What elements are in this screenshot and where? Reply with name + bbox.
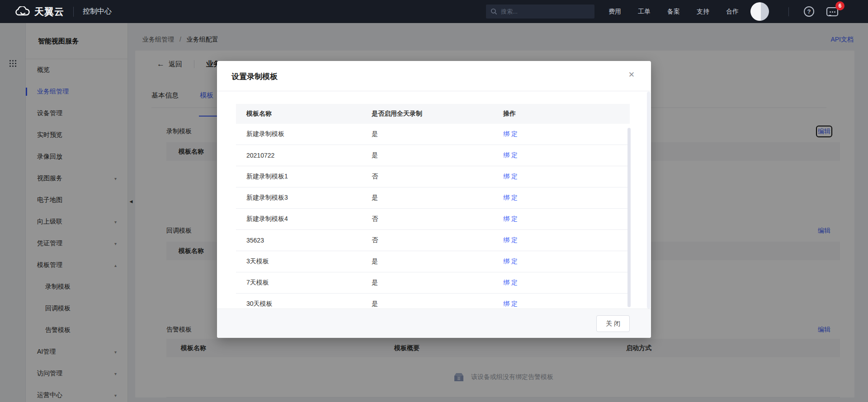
table-scrollbar-thumb[interactable]	[627, 128, 631, 307]
template-row: 新建录制模板3是绑 定	[236, 187, 630, 209]
template-row: 7天模板是绑 定	[236, 272, 630, 294]
template-row: 35623否绑 定	[236, 230, 630, 251]
modal-header: 设置录制模板 ✕	[217, 61, 651, 91]
template-row: 30天模板是绑 定	[236, 294, 630, 309]
search-box[interactable]	[486, 5, 594, 19]
console-label[interactable]: 控制中心	[83, 7, 112, 16]
template-name-cell: 新建录制模板1	[236, 173, 372, 181]
modal-table-body: 新建录制模板是绑 定20210722是绑 定新建录制模板1否绑 定新建录制模板3…	[236, 124, 630, 309]
modal-table-header: 模板名称 是否启用全天录制 操作	[236, 104, 630, 124]
template-name-cell: 新建录制模板4	[236, 215, 372, 223]
navbar-menu: 费用工单备案支持合作	[609, 0, 739, 23]
nav-item[interactable]: 支持	[697, 8, 709, 16]
nav-item[interactable]: 合作	[726, 8, 739, 16]
bind-link[interactable]: 绑 定	[503, 257, 518, 265]
bind-link[interactable]: 绑 定	[503, 151, 518, 159]
action-cell: 绑 定	[503, 236, 630, 244]
template-row: 新建录制模板1否绑 定	[236, 166, 630, 187]
modal-title: 设置录制模板	[231, 71, 278, 82]
close-icon[interactable]: ✕	[628, 71, 635, 79]
all-day-cell: 是	[372, 130, 503, 138]
avatar[interactable]	[750, 2, 769, 21]
template-name-cell: 3天模板	[236, 257, 372, 266]
all-day-cell: 否	[372, 215, 503, 223]
search-input[interactable]	[501, 8, 582, 15]
bind-link[interactable]: 绑 定	[503, 279, 518, 286]
template-name-cell: 35623	[236, 237, 372, 244]
top-navbar: 天翼云 控制中心 费用工单备案支持合作 ? 6	[0, 0, 868, 23]
all-day-cell: 是	[372, 151, 503, 159]
template-row: 20210722是绑 定	[236, 145, 630, 166]
action-cell: 绑 定	[503, 279, 630, 287]
bind-link[interactable]: 绑 定	[503, 236, 518, 243]
template-name-cell: 7天模板	[236, 279, 372, 287]
action-cell: 绑 定	[503, 257, 630, 266]
modal-scrollbar-track[interactable]	[647, 92, 651, 309]
template-name-cell: 20210722	[236, 152, 372, 159]
nav-divider	[788, 7, 789, 16]
help-icon[interactable]: ?	[804, 6, 814, 17]
bind-link[interactable]: 绑 定	[503, 194, 518, 201]
column-header: 操作	[503, 110, 630, 118]
nav-item[interactable]: 备案	[667, 8, 680, 16]
help-glyph: ?	[807, 8, 811, 15]
all-day-cell: 是	[372, 257, 503, 266]
action-cell: 绑 定	[503, 130, 630, 138]
set-record-template-modal: 设置录制模板 ✕ 模板名称 是否启用全天录制 操作 新建录制模板是绑 定2021…	[217, 61, 651, 338]
page: 天翼云 控制中心 费用工单备案支持合作 ? 6 智能视图服务 概览业务组管理设备…	[0, 0, 868, 402]
bind-link[interactable]: 绑 定	[503, 173, 518, 180]
nav-item[interactable]: 费用	[609, 8, 621, 16]
column-header: 模板名称	[236, 110, 372, 118]
search-icon	[491, 8, 497, 15]
column-header: 是否启用全天录制	[372, 110, 503, 118]
modal-table: 模板名称 是否启用全天录制 操作 新建录制模板是绑 定20210722是绑 定新…	[236, 104, 630, 309]
all-day-cell: 是	[372, 279, 503, 287]
all-day-cell: 是	[372, 194, 503, 202]
nav-divider	[73, 7, 74, 17]
template-row: 新建录制模板4否绑 定	[236, 209, 630, 230]
template-row: 3天模板是绑 定	[236, 251, 630, 272]
bind-link[interactable]: 绑 定	[503, 215, 518, 222]
action-cell: 绑 定	[503, 173, 630, 181]
template-name-cell: 新建录制模板3	[236, 194, 372, 202]
action-cell: 绑 定	[503, 215, 630, 223]
brand-block[interactable]: 天翼云 控制中心	[15, 0, 112, 23]
nav-item[interactable]: 工单	[638, 8, 651, 16]
all-day-cell: 否	[372, 236, 503, 244]
modal-footer: 关 闭	[217, 309, 651, 338]
action-cell: 绑 定	[503, 151, 630, 159]
brand-name: 天翼云	[34, 5, 64, 18]
template-row: 新建录制模板是绑 定	[236, 124, 630, 145]
template-name-cell: 30天模板	[236, 300, 372, 308]
bind-link[interactable]: 绑 定	[503, 300, 518, 307]
all-day-cell: 是	[372, 300, 503, 308]
close-button[interactable]: 关 闭	[596, 315, 630, 332]
bind-link[interactable]: 绑 定	[503, 130, 518, 137]
notification-badge: 6	[835, 1, 844, 10]
action-cell: 绑 定	[503, 194, 630, 202]
action-cell: 绑 定	[503, 300, 630, 308]
template-name-cell: 新建录制模板	[236, 130, 372, 138]
cloud-logo-icon	[15, 6, 30, 17]
all-day-cell: 否	[372, 173, 503, 181]
